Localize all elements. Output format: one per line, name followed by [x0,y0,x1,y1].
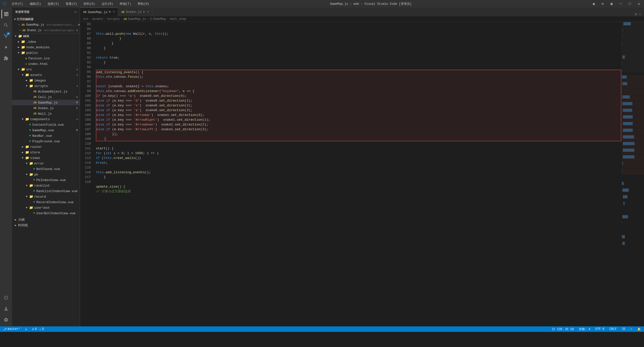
file-cell[interactable]: JS Cell.js U [12,94,80,100]
maximize-button[interactable]: □ [627,1,632,6]
file-notfound[interactable]: ▼ NotFound.vue [12,166,80,172]
folder-ranklist[interactable]: ▼ 📁 ranklist [12,183,80,188]
file-navbar[interactable]: ▼ NavBar.vue [12,133,80,139]
file-favicon[interactable]: ★ favicon.ico [12,56,80,61]
file-index-html[interactable]: ◇ index.html [12,61,80,67]
expand-assets: ▼ [21,74,24,76]
src-modified-dot: ● [76,68,78,71]
folder-timeline[interactable]: ▶ 时间线 [12,223,80,228]
menu-select[interactable]: 选择(S) [47,1,60,7]
tab-snake[interactable]: JS Snake.js U × [118,8,152,16]
bc-scripts[interactable]: scripts [107,17,119,21]
window-title: GameMap.js - web - Visual Studio Code [管… [330,2,412,6]
menu-view[interactable]: 查看(V) [65,1,78,7]
explorer-icon[interactable] [2,10,11,19]
close-gamemap-icon[interactable]: × [18,23,20,26]
indentation[interactable]: 空格: 4 [578,327,591,331]
file-recordindex[interactable]: ▼ RecordIndexView.vue [12,199,80,205]
file-gamemap-vue[interactable]: ▼ GameMap.vue M [12,127,80,133]
menu-goto[interactable]: 转到(G) [83,1,96,7]
tab-gamemap[interactable]: JS GameMap.js M × [80,8,118,16]
root-folder-web[interactable]: ▼ 📁 WEB [12,33,80,39]
settings-icon[interactable] [2,315,11,324]
file-label-cf: ContentField.vue [32,123,64,127]
extensions-icon[interactable] [2,54,11,63]
account-icon[interactable] [2,304,11,313]
open-editors-section: ▼ 打开的编辑器 × JS GameMap.js src\assets\scri… [12,16,80,33]
folder-record[interactable]: ▼ 📁 record [12,194,80,199]
folder-public[interactable]: ▼ 📁 public [12,50,80,56]
code-line-98: if (e.key() === 'w') snake0.set_directio… [96,94,621,98]
file-acgameobject[interactable]: JS AcGameObject.js [12,89,80,94]
folder-scripts[interactable]: ▼ 📁 scripts ● [12,83,80,89]
folder-pk[interactable]: ▼ 📁 pk [12,172,80,177]
run-debug-icon[interactable] [2,43,11,52]
notifications-icon[interactable]: 🔔 [636,327,642,331]
encoding[interactable]: UTF-8 [594,327,606,331]
tab-close-gamemap[interactable]: × [113,10,115,14]
file-pkindex[interactable]: ▼ PkIndexView.vue [12,177,80,183]
menu-edit[interactable]: 编辑(E) [29,1,42,7]
folder-images[interactable]: ▶ 📁 images [12,78,80,83]
code-line-114: this.add_listening_events(); [96,170,621,175]
bc-assets[interactable]: assets [92,17,103,21]
file-gamemap-js[interactable]: JS GameMap.js M [12,100,80,105]
folder-userbot[interactable]: ▼ 📁 user\bot [12,205,80,210]
folder-src[interactable]: ▼ 📁 src ● [12,67,80,72]
file-ranklistindex[interactable]: ▼ RanklistIndexView.vue [12,188,80,194]
split-editor-icon[interactable]: ⊟ [635,12,637,16]
open-editors-title[interactable]: ▼ 打开的编辑器 [12,16,80,22]
menu-run[interactable]: 运行(R) [101,1,114,7]
errors-count[interactable]: ⊘ 0 ⚠ 0 [31,327,45,331]
folder-assets[interactable]: ▼ 📁 assets ● [12,72,80,78]
code-content[interactable]: this.wall.push(new Wall(r, c, this)); } … [94,22,621,326]
code-line-103: else if (e.key === 'ArrowRight') snake1.… [96,117,621,122]
file-contentfield[interactable]: ▼ ContentField.vue [12,122,80,127]
tab-close-snake[interactable]: × [147,10,149,14]
folder-components[interactable]: ▼ 📁 components ● [12,116,80,122]
git-branch[interactable]: ⎇ master* [2,327,21,331]
folder-node-modules[interactable]: ▶ 📁 node_modules [12,45,80,50]
bc-src[interactable]: src [83,17,89,21]
line-ending[interactable]: CRLF [609,327,618,331]
tab-label-snake: Snake.js [126,10,142,14]
remote-icon[interactable] [2,293,11,302]
file-tree[interactable]: ▼ 📁 WEB ▶ 📁 .idea ▶ 📁 node_modules ▼ 📁 p… [12,33,80,326]
folder-router[interactable]: ▶ 📁 router [12,144,80,150]
more-actions-icon[interactable]: ⋯ [639,12,641,16]
feedback-icon[interactable]: ☺ [629,327,633,331]
new-file-icon[interactable]: ⋯ [74,10,77,14]
file-playground[interactable]: ▼ PlayGround.vue [12,139,80,144]
code-line-95 [96,79,621,84]
folder-store[interactable]: ▶ 📁 store [12,150,80,155]
open-file-name: GameMap.js [26,23,44,27]
code-line-92 [96,65,621,70]
file-userbotindex[interactable]: ▼ UserBotIndexView.vue [12,210,80,216]
close-snake-icon[interactable]: × [19,29,21,32]
language-mode[interactable]: JS [621,327,626,331]
bc-method[interactable]: next_step [170,17,186,21]
menu-terminal[interactable]: 终端(T) [119,1,132,7]
cursor-position[interactable]: 行 136，列 10 [551,327,575,331]
source-control-icon[interactable]: 4 [2,32,11,41]
open-file-gamemap[interactable]: × JS GameMap.js src\assets\scri... M [12,22,80,28]
sync-button[interactable]: ↻ [24,327,28,331]
minimize-button[interactable]: ─ [618,1,623,6]
open-file-snake[interactable]: × JS Snake.js src\assets\scripts U [12,28,80,33]
menu-help[interactable]: 帮助(H) [137,1,150,7]
code-editor[interactable]: 8586878889909192939495969798991001011021… [80,22,644,326]
menu-file[interactable]: 文件(F) [11,1,24,7]
folder-dajia[interactable]: ▶ 大纲 [12,217,80,223]
file-snake-js[interactable]: JS Snake.js U [12,105,80,111]
bc-gamemap[interactable]: GameMap.js [128,17,146,21]
folder-idea[interactable]: ▶ 📁 .idea [12,39,80,45]
close-button[interactable]: ✕ [636,1,641,7]
expand-views: ▼ [21,157,24,159]
bc-class[interactable]: GameMap [153,17,166,21]
file-wall-js[interactable]: JS Wall.js [12,111,80,116]
vue-icon-ub: ▼ [33,212,35,215]
code-line-107: } [96,137,621,141]
folder-views[interactable]: ▼ 📁 views [12,155,80,161]
folder-error[interactable]: ▼ 📁 error [12,161,80,166]
search-icon[interactable] [2,21,11,30]
